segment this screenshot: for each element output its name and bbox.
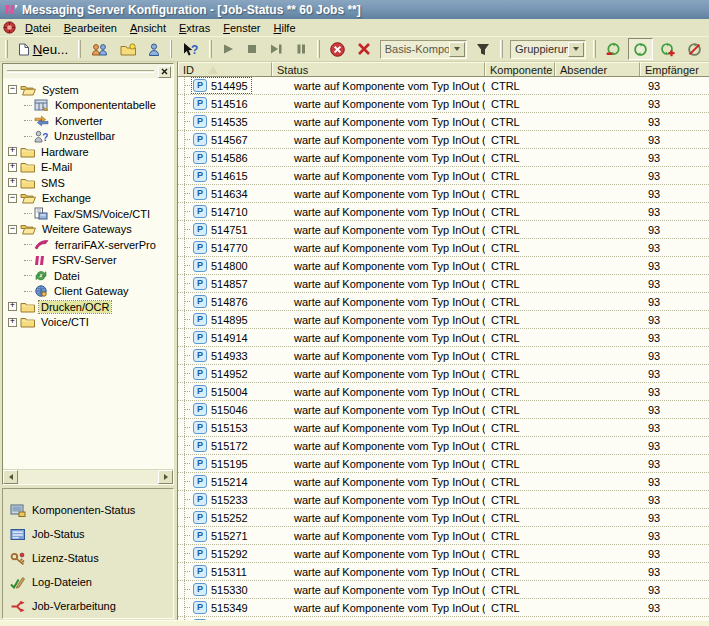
- tree-item-drucken-ocr[interactable]: + Drucken/OCR: [6, 299, 173, 315]
- tree-item-weitere-gateways[interactable]: − Weitere Gateways: [6, 222, 173, 238]
- tree-item-client-gateway[interactable]: Client Gateway: [6, 284, 173, 300]
- column-header-id[interactable]: ID: [178, 62, 272, 76]
- auto-refresh-off-button[interactable]: [682, 38, 707, 60]
- column-header-empfaenger[interactable]: Empfänger: [640, 62, 709, 76]
- toolbar-grip[interactable]: [5, 40, 8, 58]
- table-row[interactable]: P515368 warte auf Komponente vom Typ InO…: [178, 617, 709, 620]
- properties-button[interactable]: [115, 38, 141, 60]
- expand-icon[interactable]: +: [8, 147, 17, 156]
- menu-item-fenster[interactable]: Fenster: [217, 20, 267, 36]
- new-button[interactable]: Neu...: [13, 38, 74, 60]
- table-row[interactable]: P515271 warte auf Komponente vom Typ InO…: [178, 527, 709, 545]
- table-row[interactable]: P515195 warte auf Komponente vom Typ InO…: [178, 455, 709, 473]
- tree-item-voice-cti[interactable]: + Voice/CTI: [6, 315, 173, 331]
- table-row[interactable]: P515292 warte auf Komponente vom Typ InO…: [178, 545, 709, 563]
- tree-item-fsrv-server[interactable]: FSRV-Server: [6, 253, 173, 269]
- menu-item-extras[interactable]: Extras: [173, 20, 217, 36]
- refresh-button[interactable]: [628, 38, 653, 60]
- menu-item-ansicht[interactable]: Ansicht: [124, 20, 173, 36]
- collapse-groups-button[interactable]: [601, 38, 626, 60]
- expand-groups-button[interactable]: [655, 38, 680, 60]
- user-button[interactable]: [143, 38, 165, 60]
- scroll-left-icon[interactable]: [3, 470, 18, 484]
- pause-button[interactable]: [290, 38, 312, 60]
- nav-item-komponenten-status[interactable]: Komponenten-Status: [3, 498, 173, 522]
- tree-item-datei[interactable]: Datei: [6, 268, 173, 284]
- chevron-down-icon[interactable]: [449, 42, 465, 57]
- job-status-text: warte auf Komponente vom Typ InOut (fspq…: [272, 80, 485, 92]
- tree-item-ferrarifax-serverpro[interactable]: ferrariFAX-serverPro: [6, 237, 173, 253]
- tree-item-sms[interactable]: + SMS: [6, 175, 173, 191]
- start-button[interactable]: [217, 38, 239, 60]
- tree-item-exchange[interactable]: − Exchange: [6, 191, 173, 207]
- table-row[interactable]: P514876 warte auf Komponente vom Typ InO…: [178, 293, 709, 311]
- tree-item-fax-sms-voice-cti[interactable]: Fax/SMS/Voice/CTI: [6, 206, 173, 222]
- table-row[interactable]: P514535 warte auf Komponente vom Typ InO…: [178, 113, 709, 131]
- table-row[interactable]: P515330 warte auf Komponente vom Typ InO…: [178, 581, 709, 599]
- cancel-job-button[interactable]: [325, 38, 350, 60]
- table-row[interactable]: P514710 warte auf Komponente vom Typ InO…: [178, 203, 709, 221]
- components-button[interactable]: [86, 38, 113, 60]
- collapse-icon[interactable]: −: [8, 194, 17, 203]
- expand-icon[interactable]: +: [8, 318, 17, 327]
- table-row[interactable]: P514857 warte auf Komponente vom Typ InO…: [178, 275, 709, 293]
- table-row[interactable]: P514586 warte auf Komponente vom Typ InO…: [178, 149, 709, 167]
- table-row[interactable]: P515172 warte auf Komponente vom Typ InO…: [178, 437, 709, 455]
- expand-icon[interactable]: +: [8, 163, 17, 172]
- filter-button[interactable]: [471, 38, 495, 60]
- expand-icon[interactable]: +: [8, 178, 17, 187]
- child-window-icon[interactable]: [3, 21, 16, 34]
- table-row[interactable]: P515046 warte auf Komponente vom Typ InO…: [178, 401, 709, 419]
- component-filter-combobox[interactable]: Basis-Komponenten ausblenden: [380, 40, 468, 59]
- table-row[interactable]: P514952 warte auf Komponente vom Typ InO…: [178, 365, 709, 383]
- menu-item-hilfe[interactable]: Hilfe: [268, 20, 303, 36]
- table-row[interactable]: P515153 warte auf Komponente vom Typ InO…: [178, 419, 709, 437]
- tree-horizontal-scrollbar[interactable]: [3, 469, 173, 484]
- table-row[interactable]: P514615 warte auf Komponente vom Typ InO…: [178, 167, 709, 185]
- table-row[interactable]: P514800 warte auf Komponente vom Typ InO…: [178, 257, 709, 275]
- nav-item-job-status[interactable]: Job-Status: [3, 522, 173, 546]
- table-row[interactable]: P514914 warte auf Komponente vom Typ InO…: [178, 329, 709, 347]
- table-row[interactable]: P514567 warte auf Komponente vom Typ InO…: [178, 131, 709, 149]
- context-help-button[interactable]: ?: [177, 38, 204, 60]
- table-row[interactable]: P514516 warte auf Komponente vom Typ InO…: [178, 95, 709, 113]
- table-row[interactable]: P514495 warte auf Komponente vom Typ InO…: [178, 77, 709, 95]
- table-row[interactable]: P514751 warte auf Komponente vom Typ InO…: [178, 221, 709, 239]
- nav-item-job-verarbeitung[interactable]: Job-Verarbeitung: [3, 594, 173, 618]
- nav-item-lizenz-status[interactable]: Lizenz-Status: [3, 546, 173, 570]
- table-row[interactable]: P514634 warte auf Komponente vom Typ InO…: [178, 185, 709, 203]
- tree-item-komponententabelle[interactable]: Komponententabelle: [6, 98, 173, 114]
- job-type-icon: P: [193, 277, 207, 290]
- chevron-down-icon[interactable]: [568, 42, 584, 57]
- step-button[interactable]: [265, 38, 288, 60]
- menu-item-datei[interactable]: Datei: [19, 20, 58, 36]
- stop-button[interactable]: [241, 38, 263, 60]
- table-row[interactable]: P515214 warte auf Komponente vom Typ InO…: [178, 473, 709, 491]
- table-row[interactable]: P514770 warte auf Komponente vom Typ InO…: [178, 239, 709, 257]
- table-row[interactable]: P515349 warte auf Komponente vom Typ InO…: [178, 599, 709, 617]
- column-header-komponente[interactable]: Komponente: [485, 62, 555, 76]
- table-row[interactable]: P515004 warte auf Komponente vom Typ InO…: [178, 383, 709, 401]
- delete-job-button[interactable]: [352, 38, 376, 60]
- nav-item-log-dateien[interactable]: Log-Dateien: [3, 570, 173, 594]
- column-header-absender[interactable]: Absender: [555, 62, 640, 76]
- table-row[interactable]: P515311 warte auf Komponente vom Typ InO…: [178, 563, 709, 581]
- close-icon[interactable]: [158, 66, 171, 78]
- grouping-combobox[interactable]: Gruppierung nach Typ: [510, 40, 586, 59]
- column-header-status[interactable]: Status: [272, 62, 485, 76]
- table-row[interactable]: P515233 warte auf Komponente vom Typ InO…: [178, 491, 709, 509]
- scroll-right-icon[interactable]: [158, 470, 173, 484]
- tree-item-unzustellbar[interactable]: ? Unzustellbar: [6, 129, 173, 145]
- panel-grip[interactable]: [7, 70, 154, 73]
- collapse-icon[interactable]: −: [8, 85, 17, 94]
- tree-item-hardware[interactable]: + Hardware: [6, 144, 173, 160]
- collapse-icon[interactable]: −: [8, 225, 17, 234]
- menu-item-bearbeiten[interactable]: Bearbeiten: [58, 20, 124, 36]
- table-row[interactable]: P514933 warte auf Komponente vom Typ InO…: [178, 347, 709, 365]
- tree-item-konverter[interactable]: Konverter: [6, 113, 173, 129]
- expand-icon[interactable]: +: [8, 302, 17, 311]
- tree-item-e-mail[interactable]: + E-Mail: [6, 160, 173, 176]
- table-row[interactable]: P514895 warte auf Komponente vom Typ InO…: [178, 311, 709, 329]
- table-row[interactable]: P515252 warte auf Komponente vom Typ InO…: [178, 509, 709, 527]
- tree-item-system[interactable]: − System: [6, 82, 173, 98]
